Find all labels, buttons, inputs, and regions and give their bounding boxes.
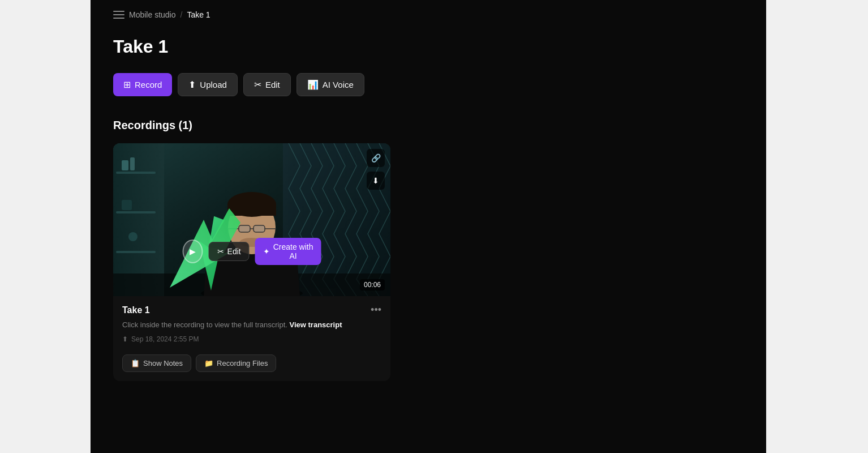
card-title: Take 1 bbox=[122, 305, 150, 315]
video-card: 🔗 ⬇ ▶ ✂ Edit ✦ Create with AI bbox=[113, 143, 390, 381]
record-label: Record bbox=[135, 80, 162, 89]
edit-overlay-icon: ✂ bbox=[217, 247, 224, 256]
duration-badge: 00:06 bbox=[360, 279, 385, 290]
card-actions: 📋 Show Notes 📁 Recording Files bbox=[113, 354, 390, 381]
copy-link-button[interactable]: 🔗 bbox=[367, 149, 385, 167]
description-text: Click inside the recording to view the f… bbox=[122, 320, 287, 329]
breadcrumb: Mobile studio / Take 1 bbox=[113, 0, 744, 36]
card-title-row: Take 1 ••• bbox=[122, 304, 381, 316]
sparkle-icon: ✦ bbox=[263, 247, 270, 256]
video-icon-buttons: 🔗 ⬇ bbox=[367, 149, 385, 190]
sidebar bbox=[0, 0, 91, 453]
show-notes-icon: 📋 bbox=[131, 359, 140, 367]
show-notes-button[interactable]: 📋 Show Notes bbox=[122, 354, 191, 372]
svg-rect-2 bbox=[116, 172, 156, 174]
edit-overlay-button[interactable]: ✂ Edit bbox=[209, 242, 250, 261]
upload-icon: ⬆ bbox=[188, 79, 196, 90]
recording-files-button[interactable]: 📁 Recording Files bbox=[196, 354, 276, 372]
svg-rect-3 bbox=[116, 211, 156, 213]
svg-rect-15 bbox=[227, 204, 276, 216]
edit-label: Edit bbox=[265, 80, 280, 89]
edit-icon: ✂ bbox=[254, 79, 261, 90]
card-description: Click inside the recording to view the f… bbox=[122, 319, 381, 331]
create-with-ai-button[interactable]: ✦ Create with AI bbox=[255, 238, 321, 265]
main-content: Mobile studio / Take 1 Take 1 ⊞ Record ⬆… bbox=[91, 0, 766, 453]
play-icon: ▶ bbox=[190, 247, 196, 256]
svg-rect-1 bbox=[113, 143, 164, 296]
video-thumbnail[interactable]: 🔗 ⬇ ▶ ✂ Edit ✦ Create with AI bbox=[113, 143, 390, 296]
ai-voice-button[interactable]: 📊 AI Voice bbox=[297, 73, 364, 96]
recording-files-label: Recording Files bbox=[217, 359, 268, 367]
svg-point-8 bbox=[128, 232, 137, 241]
record-icon: ⊞ bbox=[123, 79, 131, 90]
svg-rect-7 bbox=[122, 200, 132, 210]
svg-rect-16 bbox=[239, 225, 250, 232]
card-info: Take 1 ••• Click inside the recording to… bbox=[113, 296, 390, 354]
download-icon: ⬇ bbox=[372, 176, 379, 185]
play-button[interactable]: ▶ bbox=[183, 240, 203, 263]
date-text: Sep 18, 2024 2:55 PM bbox=[131, 335, 199, 343]
record-button[interactable]: ⊞ Record bbox=[113, 73, 172, 96]
video-scene-svg bbox=[113, 143, 390, 296]
svg-rect-4 bbox=[116, 251, 156, 253]
upload-icon-small: ⬆ bbox=[122, 335, 128, 343]
breadcrumb-current: Take 1 bbox=[187, 10, 210, 19]
card-menu-button[interactable]: ••• bbox=[371, 304, 381, 316]
breadcrumb-parent[interactable]: Mobile studio bbox=[129, 10, 176, 19]
card-date: ⬆ Sep 18, 2024 2:55 PM bbox=[122, 335, 381, 343]
show-notes-label: Show Notes bbox=[143, 359, 183, 367]
view-transcript-link[interactable]: View transcript bbox=[290, 320, 342, 329]
ai-voice-icon: 📊 bbox=[307, 79, 319, 90]
svg-rect-6 bbox=[130, 157, 135, 170]
menu-toggle-button[interactable] bbox=[113, 11, 124, 19]
svg-rect-5 bbox=[122, 160, 128, 170]
breadcrumb-separator: / bbox=[181, 10, 183, 19]
upload-button[interactable]: ⬆ Upload bbox=[178, 73, 238, 96]
link-icon: 🔗 bbox=[371, 153, 381, 163]
video-overlay-controls: ▶ ✂ Edit ✦ Create with AI bbox=[183, 238, 321, 265]
toolbar: ⊞ Record ⬆ Upload ✂ Edit 📊 AI Voice bbox=[113, 73, 744, 96]
create-ai-label: Create with AI bbox=[273, 242, 313, 260]
recordings-section-title: Recordings (1) bbox=[113, 119, 744, 132]
ai-voice-label: AI Voice bbox=[323, 80, 354, 89]
more-icon: ••• bbox=[371, 304, 381, 316]
right-panel bbox=[766, 0, 868, 453]
svg-rect-17 bbox=[253, 225, 265, 232]
edit-overlay-label: Edit bbox=[227, 247, 241, 256]
upload-label: Upload bbox=[200, 80, 227, 89]
page-title: Take 1 bbox=[113, 36, 744, 57]
download-button[interactable]: ⬇ bbox=[367, 172, 385, 190]
edit-button[interactable]: ✂ Edit bbox=[243, 73, 291, 96]
recording-files-icon: 📁 bbox=[204, 359, 213, 367]
